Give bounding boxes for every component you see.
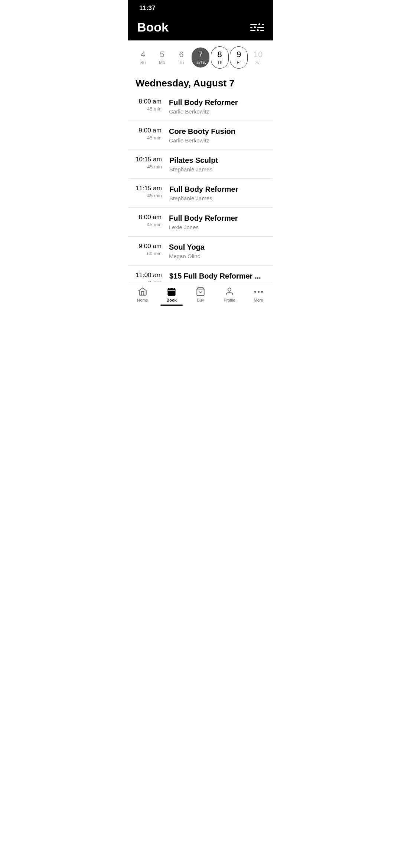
class-duration: 45 min: [136, 106, 162, 112]
nav-profile[interactable]: Profile: [215, 285, 244, 302]
class-info: Full Body Reformer Stephanie James: [169, 185, 265, 201]
class-time: 11:15 am 45 min: [136, 185, 169, 198]
class-item[interactable]: 9:00 am 45 min Core Booty Fusion Carlie …: [128, 121, 273, 150]
class-time: 8:00 am 45 min: [136, 98, 169, 112]
nav-home[interactable]: Home: [128, 285, 157, 302]
class-item[interactable]: 8:00 am 45 min Full Body Reformer Lexie …: [128, 208, 273, 237]
class-name: Pilates Sculpt: [169, 156, 265, 165]
class-time: 9:00 am 60 min: [136, 243, 169, 256]
class-name: Full Body Reformer: [169, 98, 265, 107]
active-indicator: [160, 305, 183, 306]
class-info: $15 Full Body Reformer ... Roda Teacher …: [169, 272, 265, 282]
class-time-main: 9:00 am: [136, 127, 162, 134]
calendar-day-4[interactable]: 4 Su: [134, 47, 152, 68]
nav-book-label: Book: [166, 298, 177, 302]
class-duration: 45 min: [136, 193, 162, 198]
class-info: Full Body Reformer Lexie Jones: [169, 214, 265, 230]
day-label: Th: [217, 60, 222, 65]
nav-buy-label: Buy: [197, 298, 204, 302]
home-icon: [138, 287, 147, 296]
class-list: 8:00 am 45 min Full Body Reformer Carlie…: [128, 92, 273, 282]
class-item[interactable]: 9:00 am 60 min Soul Yoga Megan Olind: [128, 237, 273, 266]
nav-buy[interactable]: Buy: [186, 285, 215, 302]
class-info: Core Booty Fusion Carlie Berkowitz: [169, 127, 265, 144]
class-instructor: Stephanie James: [169, 166, 265, 172]
calendar-day-9[interactable]: 9 Fr: [230, 46, 248, 69]
filter-button[interactable]: [250, 23, 264, 31]
class-instructor: Carlie Berkowitz: [169, 137, 265, 144]
class-time-main: 8:00 am: [136, 214, 162, 221]
class-instructor: Lexie Jones: [169, 224, 265, 230]
day-label: Fr: [237, 60, 241, 65]
class-name: Soul Yoga: [169, 243, 265, 251]
class-time-main: 10:15 am: [136, 156, 162, 163]
class-item[interactable]: 11:00 am 45 min $15 Full Body Reformer .…: [128, 266, 273, 282]
nav-more-label: More: [254, 298, 263, 302]
class-time-main: 8:00 am: [136, 98, 162, 105]
calendar-day-8[interactable]: 8 Th: [211, 46, 229, 69]
buy-icon: [196, 287, 205, 296]
book-icon: [167, 287, 176, 296]
nav-more[interactable]: More: [244, 285, 273, 302]
class-time-main: 9:00 am: [136, 243, 162, 250]
class-instructor: Stephanie James: [169, 195, 265, 201]
class-name: Full Body Reformer: [169, 214, 265, 223]
class-item[interactable]: 10:15 am 45 min Pilates Sculpt Stephanie…: [128, 150, 273, 179]
status-time: 11:37: [139, 4, 155, 12]
class-info: Soul Yoga Megan Olind: [169, 243, 265, 259]
class-item[interactable]: 11:15 am 45 min Full Body Reformer Steph…: [128, 179, 273, 208]
class-duration: 45 min: [136, 222, 162, 227]
day-number: 7: [198, 50, 203, 59]
class-info: Pilates Sculpt Stephanie James: [169, 156, 265, 172]
class-name: Full Body Reformer: [169, 185, 265, 194]
day-label: Tu: [179, 60, 184, 65]
status-bar: 11:37: [128, 0, 273, 16]
day-label: Sa: [255, 60, 261, 65]
class-duration: 45 min: [136, 135, 162, 141]
nav-profile-label: Profile: [224, 298, 235, 302]
class-instructor: Megan Olind: [169, 253, 265, 259]
svg-point-5: [228, 288, 231, 291]
calendar-day-5[interactable]: 5 Mo: [153, 47, 171, 68]
day-number: 10: [254, 50, 263, 59]
class-time: 11:00 am 45 min: [136, 272, 169, 282]
class-duration: 45 min: [136, 164, 162, 170]
profile-icon: [225, 287, 234, 296]
day-number: 8: [218, 50, 222, 59]
day-number: 5: [160, 50, 164, 59]
class-instructor: Carlie Berkowitz: [169, 108, 265, 115]
class-name: $15 Full Body Reformer ...: [169, 272, 265, 280]
nav-book[interactable]: Book: [157, 285, 186, 306]
day-label: Su: [140, 60, 146, 65]
calendar-day-10[interactable]: 10 Sa: [249, 47, 267, 68]
class-item[interactable]: 8:00 am 45 min Full Body Reformer Carlie…: [128, 92, 273, 121]
nav-home-label: Home: [137, 298, 148, 302]
bottom-nav: Home Book Buy Profile More: [128, 282, 273, 313]
class-time-main: 11:00 am: [136, 272, 162, 279]
class-time-main: 11:15 am: [136, 185, 162, 192]
day-number: 4: [141, 50, 145, 59]
more-icon: [254, 287, 263, 296]
day-label: Mo: [159, 60, 165, 65]
date-heading: Wednesday, August 7: [128, 72, 273, 92]
day-number: 6: [179, 50, 183, 59]
class-time: 10:15 am 45 min: [136, 156, 169, 170]
class-time: 9:00 am 45 min: [136, 127, 169, 141]
class-info: Full Body Reformer Carlie Berkowitz: [169, 98, 265, 115]
header: Book: [128, 16, 273, 40]
svg-rect-0: [168, 288, 175, 296]
page-title: Book: [137, 20, 169, 34]
day-number: 9: [237, 50, 241, 59]
calendar-strip: 4 Su 5 Mo 6 Tu 7 Today 8 Th 9 Fr 10 Sa: [128, 40, 273, 72]
class-name: Core Booty Fusion: [169, 127, 265, 136]
class-time: 8:00 am 45 min: [136, 214, 169, 227]
day-label: Today: [195, 60, 206, 65]
calendar-day-6[interactable]: 6 Tu: [172, 47, 190, 68]
class-duration: 60 min: [136, 251, 162, 256]
calendar-day-today[interactable]: 7 Today: [192, 47, 209, 68]
